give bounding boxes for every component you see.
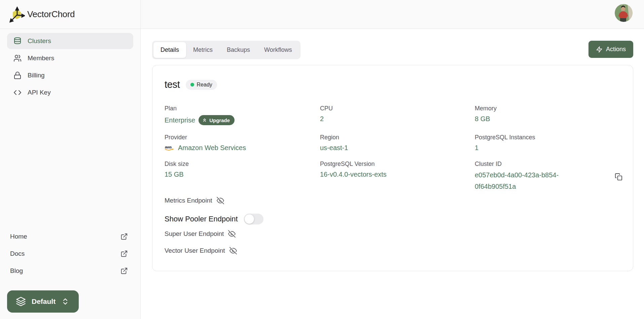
sidebar-footer: Home Docs Blog De xyxy=(0,228,140,319)
sidebar-item-api-key[interactable]: API Key xyxy=(7,84,133,101)
org-switcher-button[interactable]: Default xyxy=(7,290,79,313)
field-postgres-instances-label: PostgreSQL Instances xyxy=(475,134,621,141)
pooler-endpoint-toggle[interactable] xyxy=(244,214,263,224)
tab-backups[interactable]: Backups xyxy=(220,42,257,58)
main-area: Details Metrics Backups Workflows Action… xyxy=(141,0,644,319)
eye-off-icon xyxy=(228,230,236,238)
reveal-vector-user-endpoint-button[interactable] xyxy=(229,247,237,254)
upgrade-button[interactable]: Upgrade xyxy=(199,115,235,125)
tab-workflows[interactable]: Workflows xyxy=(257,42,299,58)
field-region-label: Region xyxy=(320,134,475,141)
field-plan: Plan Enterprise Upgrade xyxy=(165,105,320,125)
actions-button[interactable]: Actions xyxy=(588,41,633,58)
external-link-icon xyxy=(120,250,128,257)
copy-cluster-id-button[interactable] xyxy=(613,171,624,182)
content-area: Details Metrics Backups Workflows Action… xyxy=(141,29,644,319)
field-disk-size: Disk size 15 GB xyxy=(165,161,320,192)
code-icon xyxy=(13,88,22,97)
topbar xyxy=(141,0,644,29)
sidebar-link-home[interactable]: Home xyxy=(0,228,140,245)
sidebar-link-label: Blog xyxy=(10,267,23,275)
field-cluster-id: Cluster ID e057eb0d-4a00-423a-b854-0f64b… xyxy=(475,161,621,192)
app-window: VectorChord Clusters Members Billing xyxy=(0,0,644,319)
sidebar-item-clusters[interactable]: Clusters xyxy=(7,33,133,49)
field-postgres-version: PostgreSQL Version 16-v0.4.0-vectors-ext… xyxy=(320,161,475,192)
vectorchord-logo: VectorChord xyxy=(0,0,140,29)
zap-icon xyxy=(596,46,603,53)
vector-user-endpoint-label: Vector User Endpoint xyxy=(165,247,225,254)
field-disk-size-value: 15 GB xyxy=(165,171,320,178)
lock-icon xyxy=(13,71,22,79)
tab-metrics[interactable]: Metrics xyxy=(186,42,220,58)
status-label: Ready xyxy=(197,82,212,88)
field-cluster-id-value: e057eb0d-4a00-423a-b854-0f64b905f51a xyxy=(475,169,572,192)
vectorchord-logo-icon xyxy=(9,6,25,23)
brand-name: VectorChord xyxy=(27,9,75,20)
field-postgres-instances: PostgreSQL Instances 1 xyxy=(475,134,621,152)
sidebar-link-docs[interactable]: Docs xyxy=(0,245,140,262)
field-provider-value: Amazon Web Services xyxy=(178,144,246,152)
layers-icon xyxy=(16,296,26,307)
field-memory-value: 8 GB xyxy=(475,115,621,123)
eye-off-icon xyxy=(229,247,237,254)
field-region: Region us-east-1 xyxy=(320,134,475,152)
field-postgres-version-label: PostgreSQL Version xyxy=(320,161,475,168)
avatar-photo xyxy=(615,4,633,22)
sidebar-item-label: Billing xyxy=(28,72,45,79)
field-region-value: us-east-1 xyxy=(320,144,475,152)
cluster-fields-grid: Plan Enterprise Upgrade CPU xyxy=(165,105,621,192)
field-memory: Memory 8 GB xyxy=(475,105,621,125)
sidebar-link-blog[interactable]: Blog xyxy=(0,262,140,279)
toggle-thumb xyxy=(245,214,254,224)
tab-bar: Details Metrics Backups Workflows xyxy=(152,41,300,59)
sidebar-item-members[interactable]: Members xyxy=(7,50,133,66)
field-provider: Provider aws Amazon Web Services xyxy=(165,134,320,152)
field-memory-label: Memory xyxy=(475,105,621,112)
external-link-icon xyxy=(120,267,128,275)
sidebar-item-label: Members xyxy=(28,55,54,62)
reveal-super-user-endpoint-button[interactable] xyxy=(228,230,236,238)
eye-off-icon xyxy=(217,197,224,204)
sidebar-nav: Clusters Members Billing API Key xyxy=(0,29,140,101)
metrics-endpoint-label: Metrics Endpoint xyxy=(165,197,212,204)
sidebar-link-label: Home xyxy=(10,233,27,240)
field-cpu-label: CPU xyxy=(320,105,475,112)
external-link-icon xyxy=(120,233,128,240)
database-icon xyxy=(13,37,22,45)
chevrons-up-down-icon xyxy=(61,297,69,306)
org-switcher-label: Default xyxy=(32,297,56,306)
cluster-details-card: test Ready Plan Enterprise xyxy=(152,65,633,271)
sidebar-link-label: Docs xyxy=(10,250,25,257)
sidebar: VectorChord Clusters Members Billing xyxy=(0,0,141,319)
users-icon xyxy=(13,54,22,62)
sidebar-item-billing[interactable]: Billing xyxy=(7,67,133,83)
field-cpu: CPU 2 xyxy=(320,105,475,125)
copy-icon xyxy=(615,173,622,181)
svg-text:aws: aws xyxy=(165,145,172,149)
cluster-name: test xyxy=(165,79,180,90)
actions-button-label: Actions xyxy=(606,46,626,53)
avatar[interactable] xyxy=(615,4,633,22)
status-dot-icon xyxy=(190,83,194,86)
chevrons-up-icon xyxy=(202,117,207,123)
field-plan-value: Enterprise xyxy=(165,116,195,124)
sidebar-item-label: Clusters xyxy=(28,37,51,45)
upgrade-button-label: Upgrade xyxy=(209,117,230,123)
endpoints-section: Metrics Endpoint Show Pooler Endpoint xyxy=(165,197,621,254)
reveal-metrics-endpoint-button[interactable] xyxy=(217,197,224,204)
field-plan-label: Plan xyxy=(165,105,320,112)
field-postgres-version-value: 16-v0.4.0-vectors-exts xyxy=(320,171,475,178)
aws-logo-icon: aws xyxy=(165,145,175,151)
field-disk-size-label: Disk size xyxy=(165,161,320,168)
sidebar-item-label: API Key xyxy=(28,89,51,96)
pooler-endpoint-toggle-label: Show Pooler Endpoint xyxy=(165,215,238,223)
status-badge: Ready xyxy=(186,80,217,90)
super-user-endpoint-label: Super User Endpoint xyxy=(165,230,224,238)
field-cpu-value: 2 xyxy=(320,115,475,123)
field-provider-label: Provider xyxy=(165,134,320,141)
field-cluster-id-label: Cluster ID xyxy=(475,161,621,168)
field-postgres-instances-value: 1 xyxy=(475,144,621,152)
tab-details[interactable]: Details xyxy=(153,42,186,58)
